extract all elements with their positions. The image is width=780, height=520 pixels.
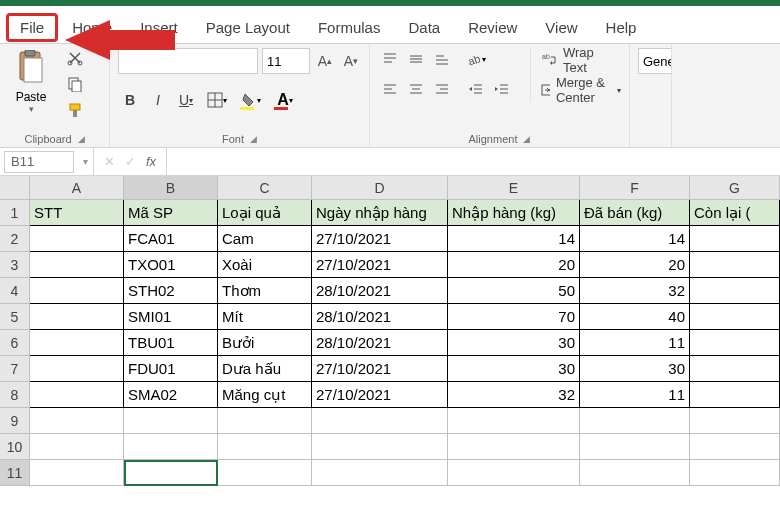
fx-icon[interactable]: fx: [146, 154, 156, 169]
italic-button[interactable]: I: [146, 88, 170, 112]
alignment-launcher[interactable]: ◢: [523, 134, 530, 144]
cancel-formula-icon[interactable]: ✕: [104, 154, 115, 169]
tab-help[interactable]: Help: [592, 13, 651, 42]
name-box[interactable]: B11: [4, 151, 74, 173]
name-box-dropdown[interactable]: ▾: [78, 148, 94, 176]
tab-home[interactable]: Home: [58, 13, 126, 42]
orientation-button[interactable]: ab▾: [464, 48, 488, 70]
col-header-b[interactable]: B: [124, 176, 218, 200]
cell[interactable]: Mã SP: [124, 200, 218, 226]
font-launcher[interactable]: ◢: [250, 134, 257, 144]
tab-view[interactable]: View: [531, 13, 591, 42]
clipboard-launcher[interactable]: ◢: [78, 134, 85, 144]
number-format-select[interactable]: [638, 48, 672, 74]
cell-selected[interactable]: [124, 460, 218, 486]
row-header-11[interactable]: 11: [0, 460, 30, 486]
cell[interactable]: [448, 408, 580, 434]
cell[interactable]: [448, 434, 580, 460]
row-header[interactable]: 6: [0, 330, 30, 356]
cell[interactable]: Thơm: [218, 278, 312, 304]
tab-data[interactable]: Data: [394, 13, 454, 42]
cell[interactable]: [218, 460, 312, 486]
cell[interactable]: TXO01: [124, 252, 218, 278]
bold-button[interactable]: B: [118, 88, 142, 112]
cell[interactable]: 14: [580, 226, 690, 252]
tab-file[interactable]: File: [6, 13, 58, 42]
cell[interactable]: Bưởi: [218, 330, 312, 356]
fill-color-button[interactable]: ▾: [236, 88, 266, 112]
cell[interactable]: 32: [448, 382, 580, 408]
paste-button[interactable]: Paste ▾: [8, 48, 54, 114]
cell[interactable]: STT: [30, 200, 124, 226]
cell[interactable]: Dưa hấu: [218, 356, 312, 382]
cell[interactable]: [690, 252, 780, 278]
align-left-button[interactable]: [378, 78, 402, 100]
row-header[interactable]: 5: [0, 304, 30, 330]
cell[interactable]: 70: [448, 304, 580, 330]
cell[interactable]: Còn lại (: [690, 200, 780, 226]
cell[interactable]: [690, 408, 780, 434]
cell[interactable]: 30: [580, 356, 690, 382]
cell[interactable]: [690, 382, 780, 408]
cell[interactable]: [30, 304, 124, 330]
decrease-indent-button[interactable]: [464, 78, 488, 100]
tab-review[interactable]: Review: [454, 13, 531, 42]
increase-indent-button[interactable]: [490, 78, 514, 100]
format-painter-button[interactable]: [64, 100, 86, 120]
cell[interactable]: 28/10/2021: [312, 278, 448, 304]
cell[interactable]: [690, 304, 780, 330]
cell[interactable]: FDU01: [124, 356, 218, 382]
cell[interactable]: SMI01: [124, 304, 218, 330]
cell[interactable]: [30, 252, 124, 278]
cell[interactable]: [218, 408, 312, 434]
cell[interactable]: 30: [448, 330, 580, 356]
col-header-d[interactable]: D: [312, 176, 448, 200]
cell[interactable]: 27/10/2021: [312, 226, 448, 252]
row-header-1[interactable]: 1: [0, 200, 30, 226]
cell[interactable]: Loại quả: [218, 200, 312, 226]
row-header[interactable]: 8: [0, 382, 30, 408]
cell[interactable]: Cam: [218, 226, 312, 252]
cell[interactable]: [690, 356, 780, 382]
cell[interactable]: [124, 434, 218, 460]
cell[interactable]: [580, 408, 690, 434]
cell[interactable]: 14: [448, 226, 580, 252]
cell[interactable]: 28/10/2021: [312, 330, 448, 356]
cell[interactable]: Đã bán (kg): [580, 200, 690, 226]
cell[interactable]: [690, 330, 780, 356]
decrease-font-button[interactable]: A▾: [340, 49, 362, 73]
align-center-button[interactable]: [404, 78, 428, 100]
cell[interactable]: [218, 434, 312, 460]
cell[interactable]: [312, 408, 448, 434]
row-header[interactable]: 7: [0, 356, 30, 382]
col-header-e[interactable]: E: [448, 176, 580, 200]
font-color-button[interactable]: A▾: [270, 88, 300, 112]
cell[interactable]: 28/10/2021: [312, 304, 448, 330]
font-size-select[interactable]: [262, 48, 310, 74]
row-header[interactable]: 3: [0, 252, 30, 278]
cell[interactable]: [30, 330, 124, 356]
cell[interactable]: STH02: [124, 278, 218, 304]
copy-button[interactable]: [64, 74, 86, 94]
align-middle-button[interactable]: [404, 48, 428, 70]
cell[interactable]: 27/10/2021: [312, 382, 448, 408]
cell[interactable]: Mít: [218, 304, 312, 330]
enter-formula-icon[interactable]: ✓: [125, 154, 136, 169]
cut-button[interactable]: [64, 48, 86, 68]
increase-font-button[interactable]: A▴: [314, 49, 336, 73]
cell[interactable]: 50: [448, 278, 580, 304]
cell[interactable]: 20: [448, 252, 580, 278]
cell[interactable]: 20: [580, 252, 690, 278]
cell[interactable]: [690, 278, 780, 304]
cell[interactable]: 27/10/2021: [312, 252, 448, 278]
cell[interactable]: Măng cụt: [218, 382, 312, 408]
merge-center-button[interactable]: Merge & Center▾: [541, 78, 621, 102]
tab-page-layout[interactable]: Page Layout: [192, 13, 304, 42]
col-header-f[interactable]: F: [580, 176, 690, 200]
cell[interactable]: [690, 434, 780, 460]
cell[interactable]: TBU01: [124, 330, 218, 356]
borders-button[interactable]: ▾: [202, 88, 232, 112]
cell[interactable]: [124, 408, 218, 434]
cell[interactable]: 30: [448, 356, 580, 382]
underline-button[interactable]: U▾: [174, 88, 198, 112]
